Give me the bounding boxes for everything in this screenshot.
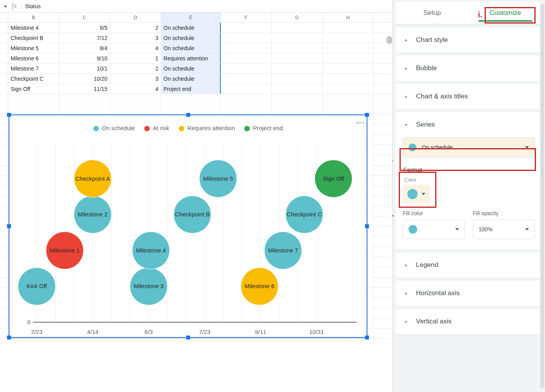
cell[interactable] [374,308,392,318]
cell[interactable] [110,94,161,104]
cell[interactable] [0,206,8,216]
cell[interactable] [0,196,8,206]
cell[interactable] [0,176,8,185]
cell[interactable] [0,94,8,104]
legend-item[interactable]: At risk [144,125,169,131]
cell[interactable] [374,125,392,134]
cell[interactable]: Sign Off [8,84,59,94]
cell[interactable] [0,33,8,43]
table-row[interactable]: Milestone 46/52On schedule [0,23,392,33]
name-box-dropdown-icon[interactable] [3,4,8,9]
cell[interactable]: 4 [110,84,161,94]
cell[interactable] [221,33,272,43]
spreadsheet-grid[interactable]: BCDEFGH Milestone 46/52On scheduleCheckp… [0,13,392,392]
cell[interactable] [374,328,392,338]
cell[interactable]: Milestone 4 [8,23,59,33]
legend-item[interactable]: Requires attention [179,125,235,131]
cell[interactable] [0,125,8,134]
cell[interactable] [374,237,392,247]
cell[interactable] [221,104,272,114]
formula-input[interactable]: Status [25,3,41,9]
cell[interactable] [374,145,392,155]
cell[interactable] [0,318,8,328]
cell[interactable] [323,53,374,63]
cell[interactable] [374,227,392,236]
cell[interactable] [59,104,110,114]
section-vertical-axis[interactable]: Vertical axis [396,309,542,334]
cell[interactable] [221,43,272,53]
cell[interactable]: On schedule [161,74,221,83]
cell[interactable] [374,257,392,267]
cell[interactable] [0,64,8,73]
cell[interactable] [323,74,374,83]
cell[interactable] [272,33,323,43]
cell[interactable]: Milestone 7 [8,64,59,73]
cell[interactable]: On schedule [161,43,221,53]
cell[interactable]: On schedule [161,64,221,73]
column-header[interactable]: E [161,13,221,22]
cell[interactable] [0,43,8,53]
cell[interactable]: Requires attention [161,53,221,63]
cell[interactable] [374,94,392,104]
cell[interactable]: 6/5 [59,23,110,33]
chart-menu-icon[interactable]: ⋮ [359,118,362,127]
cell[interactable]: 3 [110,74,161,83]
cell[interactable] [374,135,392,145]
resize-handle[interactable] [365,224,369,228]
cell[interactable]: Checkpoint B [8,33,59,43]
section-horizontal-axis[interactable]: Horizontal axis [396,281,542,306]
cell[interactable] [374,23,392,33]
cell[interactable] [0,298,8,308]
cell[interactable] [221,84,272,94]
cell[interactable] [0,186,8,196]
fill-opacity-dropdown[interactable]: 100% [473,220,535,239]
column-header[interactable]: F [221,13,272,22]
cell[interactable] [0,74,8,83]
panel-scrollbar[interactable] [540,4,544,388]
resize-handle[interactable] [186,113,190,117]
cell[interactable]: Checkpoint C [8,74,59,83]
cell[interactable] [272,104,323,114]
cell[interactable] [0,53,8,63]
cell[interactable]: Milestone 5 [8,43,59,53]
cell[interactable] [323,33,374,43]
cell[interactable]: 7/12 [59,33,110,43]
cell[interactable] [221,74,272,83]
column-header[interactable]: G [272,13,323,22]
cell[interactable] [374,267,392,277]
cell[interactable] [221,94,272,104]
cell[interactable] [374,186,392,196]
cell[interactable] [0,257,8,267]
table-row[interactable]: Checkpoint C10/203On schedule [0,74,392,84]
cell[interactable] [374,64,392,73]
cell[interactable] [0,145,8,155]
legend-item[interactable]: Project end [244,125,283,131]
tab-setup[interactable]: Setup [396,2,469,24]
fx-icon[interactable]: fx [12,2,17,10]
cell[interactable]: 4 [110,43,161,53]
cell[interactable] [110,104,161,114]
table-row[interactable]: Milestone 710/12On schedule [0,64,392,74]
cell[interactable] [0,135,8,145]
resize-handle[interactable] [7,113,11,117]
cell[interactable] [272,94,323,104]
scroll-indicator[interactable] [387,36,392,44]
cell[interactable] [272,43,323,53]
table-row[interactable]: Milestone 69/101Requires attention [0,53,392,64]
cell[interactable] [323,23,374,33]
resize-handle[interactable] [365,113,369,117]
cell[interactable]: Milestone 6 [8,53,59,63]
cell[interactable] [8,104,59,114]
cell[interactable] [0,267,8,277]
table-row[interactable] [0,104,392,114]
cell[interactable] [374,298,392,308]
cell[interactable] [0,288,8,298]
cell[interactable] [221,53,272,63]
resize-handle[interactable] [7,224,11,228]
cell[interactable] [221,64,272,73]
cell[interactable]: On schedule [161,33,221,43]
cell[interactable]: 8/4 [59,43,110,53]
cell[interactable] [374,43,392,53]
cell[interactable] [374,104,392,114]
fill-color-dropdown[interactable] [403,220,465,239]
